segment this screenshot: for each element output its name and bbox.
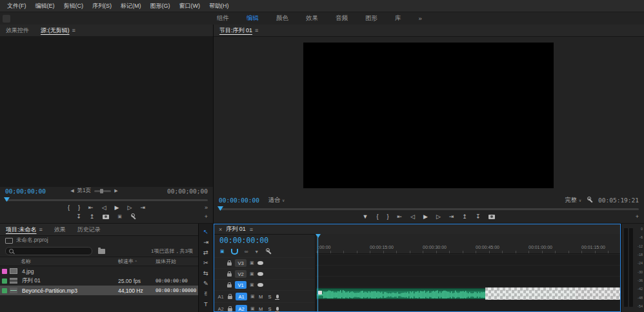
workspace-tab-assembly[interactable]: 组件 <box>217 14 229 23</box>
timeline-timecode[interactable]: 00:00:00:00 <box>219 236 268 245</box>
export-frame-icon[interactable] <box>103 215 109 219</box>
sync-lock-icon[interactable]: ▣ <box>250 306 255 311</box>
razor-tool[interactable]: ✂ <box>203 259 208 267</box>
label-color-chip[interactable] <box>2 278 7 284</box>
source-timecode[interactable]: 00;00;00;00 <box>5 188 46 195</box>
voiceover-record-icon[interactable] <box>276 307 279 311</box>
extract-button[interactable]: ↧ <box>476 212 481 221</box>
step-forward-button[interactable]: ▷ <box>436 212 441 221</box>
project-row-sequence[interactable]: 序列 01 25.00 fps 00:00:00:00 <box>0 276 198 286</box>
zoom-level-select[interactable]: 适合 ∨ <box>268 196 285 204</box>
timeline-playhead-line[interactable] <box>317 234 318 311</box>
column-framerate[interactable]: 帧速率 ^ <box>118 258 156 265</box>
track-lane-v1[interactable] <box>316 276 620 288</box>
page-next-icon[interactable]: ▶ <box>114 188 117 193</box>
pen-tool[interactable]: ✎ <box>203 280 208 288</box>
track-label-a2[interactable]: A2 <box>236 305 247 312</box>
track-header-a2[interactable]: A2 A2 ▣ M S <box>214 302 315 312</box>
item-name[interactable]: Beyoncé-Partition.mp3 <box>21 288 118 294</box>
track-visibility-eye-icon[interactable] <box>257 261 263 265</box>
close-icon[interactable]: × <box>219 226 222 233</box>
page-label[interactable]: 第1页 <box>77 187 92 195</box>
track-lane-v3[interactable] <box>316 254 620 266</box>
timeline-tab-sequence[interactable]: 序列 01 <box>226 225 246 233</box>
panel-menu-icon[interactable]: ≡ <box>39 226 43 233</box>
comparison-view-icon[interactable]: ▣ <box>117 212 122 221</box>
track-lock-icon[interactable] <box>228 296 232 299</box>
workspace-tab-effects[interactable]: 效果 <box>306 14 318 23</box>
tab-history[interactable]: 历史记录 <box>77 226 101 234</box>
workspace-tab-editing[interactable]: 编辑 <box>247 14 259 23</box>
workspace-tab-graphics[interactable]: 图形 <box>365 14 377 23</box>
tab-program[interactable]: 节目:序列 01≡ <box>219 26 258 35</box>
time-ruler[interactable]: :00:00 00:00:15:00 00:00:30:00 00:00:45:… <box>316 234 620 254</box>
selection-tool[interactable]: ↖ <box>203 228 208 236</box>
label-color-chip[interactable] <box>2 269 7 274</box>
sync-lock-icon[interactable]: ▣ <box>250 271 254 277</box>
sync-lock-icon[interactable]: ▣ <box>250 294 255 299</box>
menu-item-graphics[interactable]: 图形(G) <box>146 2 175 10</box>
insert-button[interactable]: ↧ <box>76 212 81 221</box>
tab-effects[interactable]: 效果 <box>54 226 66 234</box>
mark-in-button[interactable]: { <box>68 203 70 212</box>
menu-item-file[interactable]: 文件(F) <box>3 2 31 10</box>
snap-icon[interactable] <box>231 249 238 255</box>
page-zoom-slider[interactable] <box>94 190 111 192</box>
track-lane-a1[interactable] <box>316 287 620 300</box>
menu-item-edit[interactable]: 编辑(E) <box>31 2 59 10</box>
track-lane-a2[interactable] <box>316 299 620 311</box>
source-patch-a1[interactable]: A1 <box>217 294 225 300</box>
track-label-v3[interactable]: V3 <box>235 259 247 267</box>
go-to-in-button[interactable]: ⇤ <box>88 203 94 212</box>
menu-item-help[interactable]: 帮助(H) <box>205 2 234 10</box>
source-patch-a2[interactable]: A2 <box>217 306 225 312</box>
step-back-button[interactable]: ◁ <box>410 212 415 221</box>
program-scrubber[interactable] <box>216 206 641 211</box>
step-forward-button[interactable]: ▷ <box>127 203 132 212</box>
track-visibility-eye-icon[interactable] <box>257 283 263 287</box>
mute-button[interactable]: M <box>258 294 264 300</box>
slip-tool[interactable]: ⇆ <box>203 269 208 277</box>
track-header-a1[interactable]: A1 A1 ▣ M S <box>214 290 315 302</box>
ripple-edit-tool[interactable]: ⇄ <box>203 249 208 257</box>
program-playhead[interactable] <box>217 206 223 211</box>
mute-button[interactable]: M <box>258 306 264 312</box>
mark-out-button[interactable]: } <box>78 203 80 212</box>
mark-out-button[interactable]: } <box>387 212 388 221</box>
mark-in-button[interactable]: { <box>376 212 378 221</box>
project-row-mp3[interactable]: Beyoncé-Partition.mp3 44,100 Hz 00:00:00… <box>0 286 198 295</box>
track-header-v2[interactable]: V2 ▣ <box>214 268 315 279</box>
track-lock-icon[interactable] <box>227 284 232 288</box>
tab-project[interactable]: 项目:未命名≡ <box>6 226 43 234</box>
menu-item-clip[interactable]: 剪辑(C) <box>59 2 88 10</box>
item-name[interactable]: 序列 01 <box>21 277 118 285</box>
go-to-in-button[interactable]: ⇤ <box>397 212 403 221</box>
nest-toggle-icon[interactable]: ▣ <box>220 249 225 254</box>
track-lane-v2[interactable] <box>316 265 620 277</box>
workspace-tab-libraries[interactable]: 库 <box>395 14 401 23</box>
source-add-button[interactable]: + <box>205 213 208 220</box>
playback-resolution-select[interactable]: 完整 ∨ <box>565 196 581 204</box>
tab-effect-controls[interactable]: 效果控件 <box>6 26 29 35</box>
add-marker-icon[interactable]: ▼ <box>254 249 259 254</box>
column-name[interactable]: 名称 <box>0 258 118 265</box>
track-lock-icon[interactable] <box>227 273 232 277</box>
track-select-tool[interactable]: ⇥ <box>203 239 208 246</box>
track-visibility-eye-icon[interactable] <box>257 272 263 276</box>
track-lock-icon[interactable] <box>227 262 232 266</box>
search-box[interactable] <box>5 247 92 255</box>
go-to-out-button[interactable]: ⇥ <box>449 212 454 221</box>
home-icon[interactable] <box>3 15 10 23</box>
monitor-settings-icon[interactable] <box>587 197 593 203</box>
workspace-tab-audio[interactable]: 音频 <box>336 14 348 23</box>
menu-item-sequence[interactable]: 序列(S) <box>88 2 116 10</box>
solo-button[interactable]: S <box>267 306 273 312</box>
linked-selection-icon[interactable]: ∞ <box>245 249 248 255</box>
program-add-button[interactable]: + <box>636 213 639 220</box>
project-row-jpg[interactable]: 4.jpg <box>0 266 198 276</box>
workspace-tab-color[interactable]: 颜色 <box>276 14 288 23</box>
hand-tool[interactable]: ✌ <box>203 290 208 298</box>
timeline-track-area[interactable]: :00:00 00:00:15:00 00:00:30:00 00:00:45:… <box>316 234 620 311</box>
panel-menu-icon[interactable]: ≡ <box>250 226 253 233</box>
item-name[interactable]: 4.jpg <box>21 268 118 275</box>
